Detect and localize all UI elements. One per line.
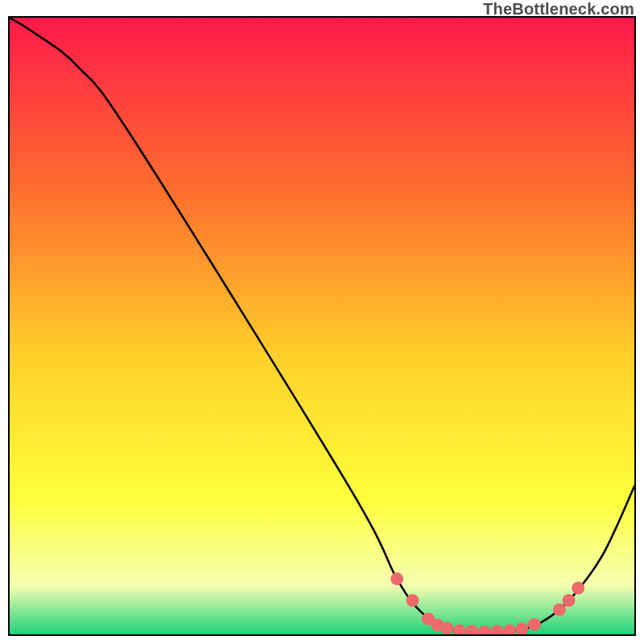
curve-dot [407,594,419,607]
curve-dot [572,582,584,595]
curve-dot [563,594,576,607]
plot-svg [10,18,634,634]
curve-dot [390,572,403,585]
gradient-background [10,18,634,634]
curve-dot [440,621,453,634]
plot-area [8,16,636,636]
chart-root: TheBottleneck.com [0,0,644,644]
curve-dot [553,603,566,616]
curve-dot [528,618,541,631]
